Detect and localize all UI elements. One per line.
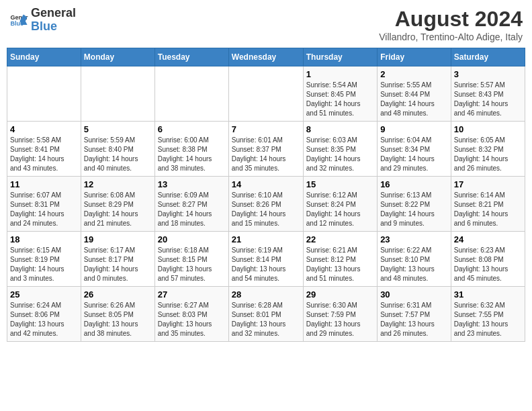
calendar-week-row: 25Sunrise: 6:24 AM Sunset: 8:06 PM Dayli… xyxy=(7,287,525,342)
day-number: 4 xyxy=(10,124,78,134)
calendar-day-cell: 1Sunrise: 5:54 AM Sunset: 8:45 PM Daylig… xyxy=(303,66,377,122)
day-info: Sunrise: 6:19 AM Sunset: 8:14 PM Dayligh… xyxy=(232,246,300,283)
day-info: Sunrise: 6:09 AM Sunset: 8:27 PM Dayligh… xyxy=(158,191,226,228)
day-info: Sunrise: 6:13 AM Sunset: 8:22 PM Dayligh… xyxy=(380,191,448,228)
calendar-week-row: 1Sunrise: 5:54 AM Sunset: 8:45 PM Daylig… xyxy=(7,66,525,122)
day-number: 30 xyxy=(380,289,448,300)
day-number: 21 xyxy=(232,234,300,244)
calendar-day-cell: 11Sunrise: 6:07 AM Sunset: 8:31 PM Dayli… xyxy=(7,177,81,232)
day-number: 8 xyxy=(306,124,374,134)
calendar-day-cell: 21Sunrise: 6:19 AM Sunset: 8:14 PM Dayli… xyxy=(228,232,303,287)
day-number: 17 xyxy=(454,179,522,189)
day-number: 26 xyxy=(84,289,152,300)
calendar-day-cell: 10Sunrise: 6:05 AM Sunset: 8:32 PM Dayli… xyxy=(451,122,525,177)
calendar-day-cell: 5Sunrise: 5:59 AM Sunset: 8:40 PM Daylig… xyxy=(81,122,154,177)
calendar-week-row: 4Sunrise: 5:58 AM Sunset: 8:41 PM Daylig… xyxy=(7,122,525,177)
day-number: 23 xyxy=(380,234,448,244)
day-number: 5 xyxy=(84,124,152,134)
day-number: 16 xyxy=(380,179,448,189)
calendar-day-cell: 17Sunrise: 6:14 AM Sunset: 8:21 PM Dayli… xyxy=(451,177,525,232)
calendar-day-cell xyxy=(154,66,228,122)
calendar-day-cell xyxy=(7,66,81,122)
day-number: 15 xyxy=(306,179,374,189)
day-info: Sunrise: 6:01 AM Sunset: 8:37 PM Dayligh… xyxy=(232,136,300,173)
calendar-day-cell: 4Sunrise: 5:58 AM Sunset: 8:41 PM Daylig… xyxy=(7,122,81,177)
calendar-day-cell: 29Sunrise: 6:30 AM Sunset: 7:59 PM Dayli… xyxy=(303,287,377,342)
day-number: 20 xyxy=(158,234,226,244)
calendar-day-cell: 6Sunrise: 6:00 AM Sunset: 8:38 PM Daylig… xyxy=(154,122,228,177)
weekday-header: Tuesday xyxy=(154,48,228,66)
calendar-day-cell: 23Sunrise: 6:22 AM Sunset: 8:10 PM Dayli… xyxy=(378,232,451,287)
day-number: 14 xyxy=(232,179,300,189)
day-info: Sunrise: 6:10 AM Sunset: 8:26 PM Dayligh… xyxy=(232,191,300,228)
calendar-week-row: 11Sunrise: 6:07 AM Sunset: 8:31 PM Dayli… xyxy=(7,177,525,232)
calendar-day-cell: 31Sunrise: 6:32 AM Sunset: 7:55 PM Dayli… xyxy=(451,287,525,342)
day-info: Sunrise: 6:22 AM Sunset: 8:10 PM Dayligh… xyxy=(380,246,448,283)
weekday-header: Thursday xyxy=(303,48,377,66)
day-number: 10 xyxy=(454,124,522,134)
calendar-day-cell: 30Sunrise: 6:31 AM Sunset: 7:57 PM Dayli… xyxy=(378,287,451,342)
day-number: 3 xyxy=(454,69,522,79)
calendar-day-cell: 28Sunrise: 6:28 AM Sunset: 8:01 PM Dayli… xyxy=(228,287,303,342)
day-info: Sunrise: 5:54 AM Sunset: 8:45 PM Dayligh… xyxy=(306,81,374,118)
calendar-day-cell: 7Sunrise: 6:01 AM Sunset: 8:37 PM Daylig… xyxy=(228,122,303,177)
calendar-day-cell: 14Sunrise: 6:10 AM Sunset: 8:26 PM Dayli… xyxy=(228,177,303,232)
calendar-table: SundayMondayTuesdayWednesdayThursdayFrid… xyxy=(7,48,525,342)
day-number: 12 xyxy=(84,179,152,189)
logo-text: GeneralBlue xyxy=(31,7,76,34)
day-info: Sunrise: 6:00 AM Sunset: 8:38 PM Dayligh… xyxy=(158,136,226,173)
day-info: Sunrise: 5:59 AM Sunset: 8:40 PM Dayligh… xyxy=(84,136,152,173)
day-number: 19 xyxy=(84,234,152,244)
weekday-header: Sunday xyxy=(7,48,81,66)
day-number: 7 xyxy=(232,124,300,134)
calendar-day-cell: 12Sunrise: 6:08 AM Sunset: 8:29 PM Dayli… xyxy=(81,177,154,232)
day-info: Sunrise: 6:08 AM Sunset: 8:29 PM Dayligh… xyxy=(84,191,152,228)
day-info: Sunrise: 5:55 AM Sunset: 8:44 PM Dayligh… xyxy=(380,81,448,118)
calendar-day-cell: 2Sunrise: 5:55 AM Sunset: 8:44 PM Daylig… xyxy=(378,66,451,122)
calendar-day-cell: 27Sunrise: 6:27 AM Sunset: 8:03 PM Dayli… xyxy=(154,287,228,342)
calendar-day-cell: 26Sunrise: 6:26 AM Sunset: 8:05 PM Dayli… xyxy=(81,287,154,342)
title-block: August 2024 Villandro, Trentino-Alto Adi… xyxy=(379,7,523,42)
day-info: Sunrise: 6:17 AM Sunset: 8:17 PM Dayligh… xyxy=(84,246,152,283)
calendar-week-row: 18Sunrise: 6:15 AM Sunset: 8:19 PM Dayli… xyxy=(7,232,525,287)
day-number: 1 xyxy=(306,69,374,79)
page-header: General Blue GeneralBlue August 2024 Vil… xyxy=(7,7,525,42)
calendar-day-cell: 18Sunrise: 6:15 AM Sunset: 8:19 PM Dayli… xyxy=(7,232,81,287)
day-info: Sunrise: 6:05 AM Sunset: 8:32 PM Dayligh… xyxy=(454,136,522,173)
calendar-day-cell: 13Sunrise: 6:09 AM Sunset: 8:27 PM Dayli… xyxy=(154,177,228,232)
day-info: Sunrise: 6:12 AM Sunset: 8:24 PM Dayligh… xyxy=(306,191,374,228)
calendar-day-cell xyxy=(81,66,154,122)
day-number: 24 xyxy=(454,234,522,244)
day-number: 22 xyxy=(306,234,374,244)
day-info: Sunrise: 6:32 AM Sunset: 7:55 PM Dayligh… xyxy=(454,301,522,338)
calendar-day-cell: 19Sunrise: 6:17 AM Sunset: 8:17 PM Dayli… xyxy=(81,232,154,287)
location: Villandro, Trentino-Alto Adige, Italy xyxy=(379,32,523,42)
day-number: 13 xyxy=(158,179,226,189)
calendar-day-cell: 9Sunrise: 6:04 AM Sunset: 8:34 PM Daylig… xyxy=(378,122,451,177)
month-year: August 2024 xyxy=(379,7,523,32)
day-number: 11 xyxy=(10,179,78,189)
day-number: 2 xyxy=(380,69,448,79)
day-info: Sunrise: 6:14 AM Sunset: 8:21 PM Dayligh… xyxy=(454,191,522,228)
day-number: 29 xyxy=(306,289,374,300)
day-info: Sunrise: 6:23 AM Sunset: 8:08 PM Dayligh… xyxy=(454,246,522,283)
calendar-day-cell: 3Sunrise: 5:57 AM Sunset: 8:43 PM Daylig… xyxy=(451,66,525,122)
day-info: Sunrise: 6:30 AM Sunset: 7:59 PM Dayligh… xyxy=(306,301,374,338)
weekday-header: Wednesday xyxy=(228,48,303,66)
logo-icon: General Blue xyxy=(9,11,28,30)
day-number: 31 xyxy=(454,289,522,300)
calendar-day-cell: 15Sunrise: 6:12 AM Sunset: 8:24 PM Dayli… xyxy=(303,177,377,232)
day-info: Sunrise: 6:15 AM Sunset: 8:19 PM Dayligh… xyxy=(10,246,78,283)
weekday-header-row: SundayMondayTuesdayWednesdayThursdayFrid… xyxy=(7,48,525,66)
day-info: Sunrise: 6:18 AM Sunset: 8:15 PM Dayligh… xyxy=(158,246,226,283)
weekday-header: Saturday xyxy=(451,48,525,66)
day-info: Sunrise: 6:21 AM Sunset: 8:12 PM Dayligh… xyxy=(306,246,374,283)
day-number: 18 xyxy=(10,234,78,244)
day-info: Sunrise: 6:28 AM Sunset: 8:01 PM Dayligh… xyxy=(232,301,300,338)
day-number: 9 xyxy=(380,124,448,134)
day-info: Sunrise: 6:27 AM Sunset: 8:03 PM Dayligh… xyxy=(158,301,226,338)
weekday-header: Monday xyxy=(81,48,154,66)
day-number: 25 xyxy=(10,289,78,300)
calendar-day-cell xyxy=(228,66,303,122)
day-info: Sunrise: 6:03 AM Sunset: 8:35 PM Dayligh… xyxy=(306,136,374,173)
